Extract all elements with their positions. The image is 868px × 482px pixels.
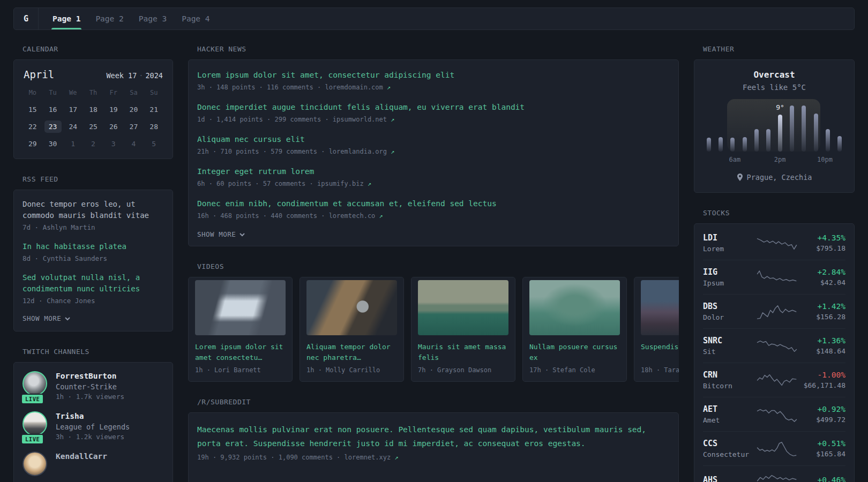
live-badge: LIVE — [21, 434, 44, 445]
rss-item-title[interactable]: Donec tempor eros leo, ut commodo mauris… — [23, 199, 164, 221]
stock-row[interactable]: SNRC Sit +1.36% $148.64 — [703, 328, 845, 363]
stock-price: $156.28 — [799, 313, 845, 321]
twitch-channel-row[interactable]: KendallCarr — [23, 451, 164, 476]
weather-bar — [790, 102, 794, 152]
stock-change: +0.46% — [799, 476, 845, 482]
tab-page-1[interactable]: Page 1 — [45, 8, 88, 29]
hackernews-item-meta[interactable]: 3h · 148 points · 116 comments · loremdo… — [197, 84, 670, 91]
calendar-week: Week 17 — [106, 71, 137, 80]
calendar-day: 3 — [105, 138, 122, 150]
video-card[interactable]: Aliquam tempor dolor nec pharetra… 1h · … — [300, 277, 404, 382]
video-title[interactable]: Mauris sit amet massa felis — [418, 342, 508, 363]
video-card[interactable]: Lorem ipsum dolor sit amet consectetu… 1… — [188, 277, 293, 382]
rss-item-title[interactable]: In hac habitasse platea — [23, 241, 164, 252]
stock-row[interactable]: CRN Bitcorn -1.00% $66,171.48 — [703, 363, 845, 397]
hackernews-item-title[interactable]: Lorem ipsum dolor sit amet, consectetur … — [197, 70, 670, 80]
hackernews-item-meta[interactable]: 16h · 468 points · 440 comments · loremt… — [197, 212, 670, 220]
stock-name: Dolor — [703, 313, 754, 321]
calendar-widget: April Week 17·2024 Mo Tu We Th Fr Sa Su … — [13, 59, 173, 159]
app-logo[interactable]: G — [14, 8, 39, 29]
stock-row[interactable]: LDI Lorem +4.35% $795.18 — [703, 226, 845, 260]
weather-location[interactable]: Prague, Czechia — [705, 173, 843, 182]
stock-sparkline — [757, 372, 797, 388]
calendar-day: 22 — [24, 120, 41, 133]
stock-row[interactable]: DBS Dolor +1.42% $156.28 — [703, 294, 845, 328]
video-card[interactable]: Nullam posuere cursus ex 17h · Stefan Co… — [522, 277, 627, 382]
video-thumbnail — [641, 280, 679, 335]
video-meta: 18h · Tara — [641, 366, 679, 374]
stock-row[interactable]: AET Amet +0.92% $499.72 — [703, 397, 845, 431]
twitch-widget-label: TWITCH CHANNELS — [23, 348, 173, 356]
video-title[interactable]: Lorem ipsum dolor sit amet consectetu… — [195, 342, 286, 363]
weather-widget-label: WEATHER — [703, 45, 855, 53]
weather-bar-current: 9° — [778, 102, 782, 152]
avatar — [23, 371, 47, 396]
video-title[interactable]: Nullam posuere cursus ex — [529, 342, 620, 363]
right-column: WEATHER Overcast Feels like 5°C 9° 6am 2… — [694, 30, 855, 482]
stock-change: +0.92% — [799, 405, 845, 413]
weather-widget: Overcast Feels like 5°C 9° 6am 2pm 10pm … — [694, 59, 855, 193]
calendar-year: 2024 — [145, 71, 163, 80]
stock-name: Ipsum — [703, 279, 754, 287]
video-card[interactable]: Mauris sit amet massa felis 7h · Grayson… — [411, 277, 515, 382]
hackernews-item-title[interactable]: Donec imperdiet augue tincidunt felis al… — [197, 102, 670, 112]
video-card[interactable]: Suspendisse diam 18h · Tara — [634, 277, 679, 382]
twitch-channel-row[interactable]: LIVE Trisha League of Legends 3h · 1.2k … — [23, 411, 164, 441]
stock-price: $148.64 — [799, 347, 845, 355]
tab-page-2[interactable]: Page 2 — [88, 8, 131, 29]
external-link-icon: ↗ — [391, 116, 394, 123]
twitch-channel-row[interactable]: LIVE ForrestBurton Counter-Strike 1h · 1… — [23, 371, 164, 401]
video-thumbnail — [306, 280, 397, 335]
hackernews-item-title[interactable]: Donec enim nibh, condimentum et accumsan… — [197, 198, 670, 209]
stock-row[interactable]: AHS +0.46% — [703, 465, 845, 482]
tab-page-3[interactable]: Page 3 — [131, 8, 174, 29]
twitch-channel-name[interactable]: ForrestBurton — [56, 371, 124, 380]
stock-change: +2.84% — [799, 268, 845, 276]
rss-item-title[interactable]: Sed volutpat nulla nisl, a condimentum n… — [23, 272, 164, 295]
twitch-channel-name[interactable]: Trisha — [56, 411, 130, 420]
calendar-dow: Fr — [103, 89, 124, 99]
stock-row[interactable]: CCS Consectetur +0.51% $165.84 — [703, 431, 845, 465]
hackernews-item-title[interactable]: Aliquam nec cursus elit — [197, 134, 670, 145]
rss-show-more-button[interactable]: SHOW MORE — [23, 314, 164, 322]
video-title[interactable]: Aliquam tempor dolor nec pharetra… — [306, 342, 397, 363]
rss-item-meta: 7d · Ashlyn Martin — [23, 223, 164, 231]
hackernews-show-more-button[interactable]: SHOW MORE — [197, 230, 670, 238]
subreddit-post-meta[interactable]: 19h · 9,932 points · 1,090 comments · lo… — [197, 454, 670, 461]
weather-condition: Overcast — [705, 70, 843, 80]
calendar-day: 29 — [24, 138, 41, 150]
hackernews-item-meta[interactable]: 6h · 60 points · 57 comments · ipsumify.… — [197, 180, 670, 187]
twitch-channel-name[interactable]: KendallCarr — [56, 451, 107, 461]
hackernews-item-meta[interactable]: 21h · 710 points · 579 comments · loreml… — [197, 148, 670, 155]
stock-change: +1.36% — [799, 336, 845, 345]
weather-bar — [814, 102, 818, 152]
videos-carousel[interactable]: Lorem ipsum dolor sit amet consectetu… 1… — [188, 277, 679, 382]
stock-sparkline — [757, 269, 797, 285]
subreddit-widget: Maecenas mollis pulvinar erat non posuer… — [188, 412, 679, 482]
video-meta: 1h · Molly Carrillo — [306, 366, 397, 374]
weather-bar — [707, 102, 711, 152]
stock-name: Amet — [703, 416, 754, 424]
twitch-widget: LIVE ForrestBurton Counter-Strike 1h · 1… — [13, 362, 173, 482]
stock-change: -1.00% — [799, 371, 845, 379]
twitch-channel-meta: 1h · 1.7k viewers — [56, 393, 124, 401]
hackernews-item-title[interactable]: Integer eget rutrum lorem — [197, 166, 670, 177]
video-title[interactable]: Suspendisse diam — [641, 342, 679, 363]
hackernews-item-meta[interactable]: 1d · 1,414 points · 299 comments · ipsum… — [197, 116, 670, 123]
stock-name: Consectetur — [703, 450, 754, 458]
calendar-widget-label: CALENDAR — [23, 45, 173, 53]
stock-symbol: AET — [703, 404, 754, 414]
calendar-day: 21 — [145, 103, 162, 116]
tab-page-4[interactable]: Page 4 — [174, 8, 217, 29]
calendar-day: 18 — [85, 103, 102, 116]
stock-price: $42.04 — [799, 278, 845, 287]
hackernews-widget: Lorem ipsum dolor sit amet, consectetur … — [188, 59, 679, 246]
stock-price: $795.18 — [799, 244, 845, 252]
hackernews-widget-label: HACKER NEWS — [197, 45, 679, 53]
rss-item: Donec tempor eros leo, ut commodo mauris… — [23, 199, 164, 231]
stock-row[interactable]: IIG Ipsum +2.84% $42.04 — [703, 260, 845, 294]
weather-bar — [837, 102, 842, 152]
calendar-dow: Sa — [124, 89, 144, 99]
stock-price: $165.84 — [799, 450, 845, 458]
subreddit-post-title[interactable]: Maecenas mollis pulvinar erat non posuer… — [197, 423, 670, 450]
